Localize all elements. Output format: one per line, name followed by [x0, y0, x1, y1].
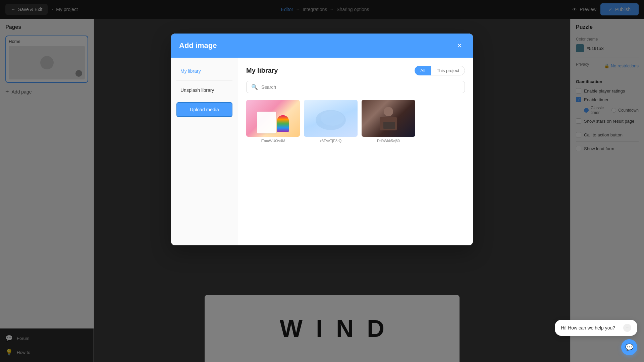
image-label-1: lFmuWU0tv4M [246, 139, 300, 143]
person-svg [373, 105, 404, 132]
filter-all-button[interactable]: All [415, 66, 431, 75]
book-shape [257, 112, 276, 133]
search-bar: 🔍 [246, 81, 465, 93]
chat-messenger-icon: 💬 [625, 343, 634, 351]
chat-open-button[interactable]: 💬 [621, 339, 637, 355]
image-thumb-3 [362, 100, 415, 137]
image-item-3[interactable]: Dd9Wkk5vj80 [362, 100, 415, 143]
search-input[interactable] [261, 84, 460, 90]
modal-header: Add image × [171, 34, 473, 58]
image-label-2: x3EvvTjE8rQ [304, 139, 358, 143]
modal-title: Add image [179, 41, 217, 50]
image-item-1[interactable]: lFmuWU0tv4M [246, 100, 300, 143]
filter-project-button[interactable]: This project [431, 66, 465, 75]
chat-minimize-icon: − [626, 325, 629, 330]
svg-rect-4 [383, 122, 395, 129]
image-thumb-2 [304, 100, 358, 137]
modal-sidebar: My library Unsplash library Upload media [171, 58, 238, 245]
chat-widget: Hi! How can we help you? − 💬 [555, 320, 637, 355]
modal-content: My library All This project 🔍 [238, 58, 473, 245]
add-image-modal: Add image × My library Unsplash library … [171, 34, 473, 245]
modal-nav-divider [176, 80, 232, 81]
content-header: My library All This project [246, 66, 465, 75]
image-thumb-1 [246, 100, 300, 137]
image-label-3: Dd9Wkk5vj80 [362, 139, 415, 143]
modal-body: My library Unsplash library Upload media… [171, 58, 473, 245]
modal-close-button[interactable]: × [454, 40, 465, 51]
content-title: My library [246, 67, 278, 74]
search-icon: 🔍 [251, 84, 258, 90]
filter-group: All This project [415, 66, 465, 75]
wave-svg [314, 107, 347, 130]
chat-close-button[interactable]: − [623, 324, 631, 332]
image-grid: lFmuWU0tv4M x3EvvTjE8rQ [246, 100, 465, 143]
svg-point-1 [321, 111, 344, 126]
image-item-2[interactable]: x3EvvTjE8rQ [304, 100, 358, 143]
svg-point-2 [384, 107, 393, 116]
chat-bubble: Hi! How can we help you? − [555, 320, 637, 336]
modal-nav-unsplash[interactable]: Unsplash library [176, 85, 232, 96]
chat-message: Hi! How can we help you? [561, 325, 615, 330]
swatches-shape [277, 115, 289, 132]
upload-media-button[interactable]: Upload media [176, 102, 232, 117]
modal-nav-my-library[interactable]: My library [176, 66, 232, 76]
